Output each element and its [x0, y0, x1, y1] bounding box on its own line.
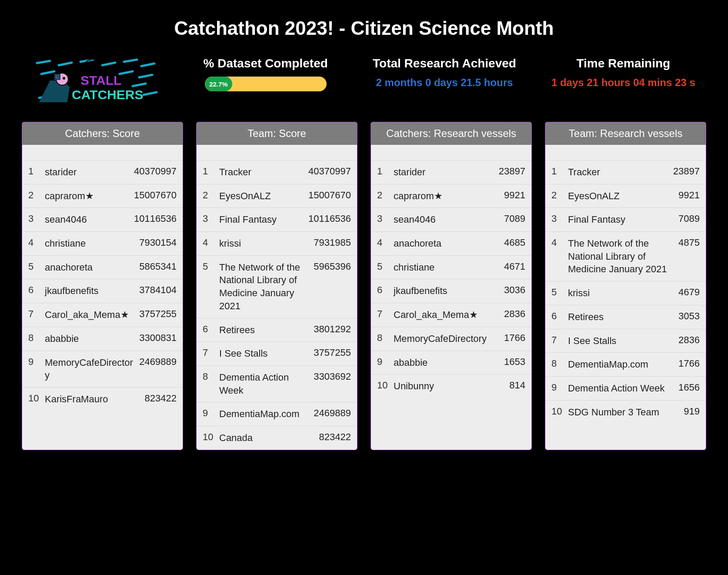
row-name: EyesOnALZ	[568, 190, 673, 203]
row-score: 1766	[504, 332, 525, 344]
row-rank: 10	[551, 406, 563, 417]
table-row[interactable]: 2EyesOnALZ9921	[545, 184, 706, 208]
logo-text-bottom: CATCHERS	[72, 87, 143, 102]
table-row[interactable]: 7I See Stalls2836	[545, 329, 706, 353]
row-name: anachoreta	[45, 261, 134, 274]
row-score: 9921	[678, 190, 700, 201]
leaderboard-rows: 1Tracker403709972EyesOnALZ150076703Final…	[197, 160, 357, 450]
row-rank: 5	[551, 287, 563, 298]
stat-research: Total Research Achieved 2 months 0 days …	[361, 57, 527, 89]
table-row[interactable]: 5anachoreta5865341	[22, 256, 183, 280]
row-name: Dementia Action Week	[568, 382, 673, 395]
row-rank: 9	[28, 356, 40, 368]
table-row[interactable]: 2caprarom★9921	[371, 184, 531, 208]
stall-catchers-logo-icon: C STALL CATCHERS	[33, 57, 159, 104]
row-name: Tracker	[568, 166, 668, 179]
leaderboard-1: Team: Score1Tracker403709972EyesOnALZ150…	[196, 122, 357, 450]
table-row[interactable]: 8MemoryCafeDirectory1766	[371, 327, 531, 351]
table-row[interactable]: 8DementiaMap.com1766	[545, 353, 706, 377]
row-score: 3036	[504, 284, 525, 296]
row-name: DementiaMap.com	[568, 358, 673, 371]
table-row[interactable]: 1Tracker23897	[545, 160, 706, 184]
leaderboard-spacer	[545, 145, 706, 160]
table-row[interactable]: 5krissi4679	[545, 281, 706, 305]
row-rank: 1	[203, 166, 214, 177]
row-rank: 1	[551, 166, 563, 177]
leaderboard-header: Catchers: Score	[22, 122, 183, 145]
svg-text:C: C	[56, 74, 59, 80]
row-name: Tracker	[219, 166, 303, 179]
table-row[interactable]: 6Retirees3801292	[197, 318, 357, 342]
table-row[interactable]: 9DementiaMap.com2469889	[197, 402, 357, 426]
row-score: 23897	[499, 166, 525, 177]
table-row[interactable]: 3Final Fantasy10116536	[197, 208, 357, 232]
leaderboard-header: Team: Research vessels	[545, 122, 706, 145]
table-row[interactable]: 2caprarom★15007670	[22, 184, 183, 208]
table-row[interactable]: 2EyesOnALZ15007670	[197, 184, 357, 208]
table-row[interactable]: 4christiane7930154	[22, 232, 183, 256]
stat-research-value: 2 months 0 days 21.5 hours	[361, 77, 527, 89]
row-name: KarisFraMauro	[45, 393, 140, 406]
leaderboards: Catchers: Score1starider403709972capraro…	[22, 122, 706, 450]
row-score: 7089	[504, 213, 525, 224]
table-row[interactable]: 1Tracker40370997	[197, 160, 357, 184]
table-row[interactable]: 5christiane4671	[371, 256, 531, 280]
row-score: 1766	[678, 358, 700, 369]
table-row[interactable]: 9MemoryCafeDirectory2469889	[22, 351, 183, 388]
table-row[interactable]: 7Carol_aka_Mema★2836	[371, 303, 531, 327]
row-score: 7930154	[139, 237, 177, 248]
table-row[interactable]: 4anachoreta4685	[371, 232, 531, 256]
svg-line-4	[124, 60, 137, 62]
row-name: SDG Number 3 Team	[568, 406, 678, 419]
table-row[interactable]: 6jkaufbenefits3784104	[22, 279, 183, 303]
row-score: 5865341	[139, 261, 177, 272]
leaderboard-spacer	[22, 145, 183, 160]
table-row[interactable]: 10Unibunny814	[371, 374, 531, 398]
table-row[interactable]: 3sean404610116536	[22, 208, 183, 232]
table-row[interactable]: 8ababbie3300831	[22, 327, 183, 351]
row-rank: 1	[377, 166, 388, 177]
row-name: I See Stalls	[219, 347, 308, 360]
row-name: Carol_aka_Mema★	[45, 308, 134, 321]
table-row[interactable]: 4krissi7931985	[197, 232, 357, 256]
table-row[interactable]: 8Dementia Action Week3303692	[197, 366, 357, 402]
row-rank: 2	[377, 190, 388, 201]
row-rank: 10	[203, 431, 214, 443]
table-row[interactable]: 6jkaufbenefits3036	[371, 279, 531, 303]
table-row[interactable]: 10KarisFraMauro823422	[22, 388, 183, 411]
table-row[interactable]: 9Dementia Action Week1656	[545, 377, 706, 401]
table-row[interactable]: 9ababbie1653	[371, 351, 531, 375]
row-name: starider	[45, 166, 129, 179]
dataset-progress-bar: 22.7%	[205, 77, 327, 91]
table-row[interactable]: 4The Network of the National Library of …	[545, 232, 706, 281]
table-row[interactable]: 10SDG Number 3 Team919	[545, 401, 706, 424]
table-row[interactable]: 1starider40370997	[22, 160, 183, 184]
row-score: 2469889	[139, 356, 177, 368]
svg-line-7	[120, 71, 133, 74]
leaderboard-spacer	[371, 145, 531, 160]
leaderboard-rows: 1Tracker238972EyesOnALZ99213Final Fantas…	[545, 160, 706, 450]
table-row[interactable]: 10Canada823422	[197, 426, 357, 450]
table-row[interactable]: 7Carol_aka_Mema★3757255	[22, 303, 183, 327]
table-row[interactable]: 7I See Stalls3757255	[197, 342, 357, 366]
table-row[interactable]: 6Retirees3053	[545, 305, 706, 329]
row-score: 3053	[678, 311, 700, 322]
row-rank: 7	[551, 334, 563, 346]
row-rank: 5	[377, 261, 388, 272]
svg-line-8	[139, 75, 152, 77]
leaderboard-header: Catchers: Research vessels	[371, 122, 531, 145]
row-name: starider	[394, 166, 494, 179]
table-row[interactable]: 1starider23897	[371, 160, 531, 184]
row-score: 23897	[673, 166, 700, 177]
row-score: 1653	[504, 356, 525, 368]
row-name: caprarom★	[394, 190, 499, 203]
row-name: krissi	[219, 237, 308, 250]
row-rank: 2	[551, 190, 563, 201]
row-name: Carol_aka_Mema★	[394, 308, 499, 321]
row-rank: 6	[203, 324, 214, 335]
table-row[interactable]: 5The Network of the National Library of …	[197, 256, 357, 318]
table-row[interactable]: 3Final Fantasy7089	[545, 208, 706, 232]
row-score: 40370997	[308, 166, 351, 177]
row-score: 15007670	[308, 190, 351, 201]
table-row[interactable]: 3sean40467089	[371, 208, 531, 232]
